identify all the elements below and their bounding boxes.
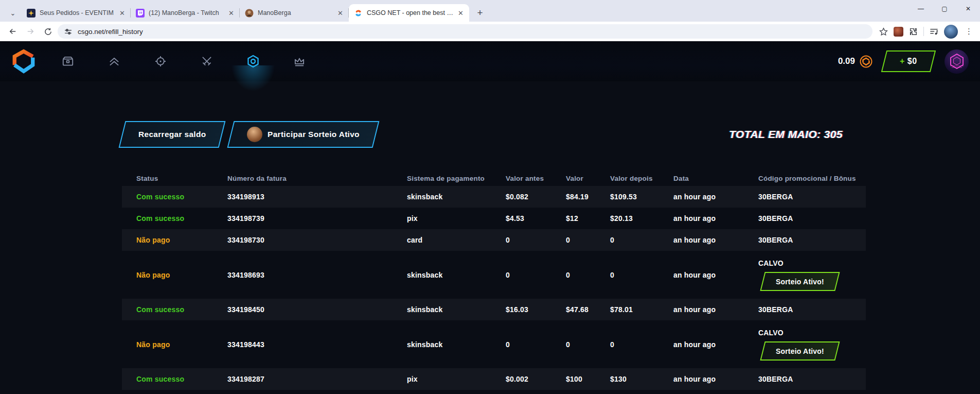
value-before-cell: $0.002 [506,375,566,383]
url-text[interactable]: csgo.net/refill_history [78,28,143,36]
divider [923,27,924,36]
value-before-cell: 0 [506,271,566,279]
browser-menu-icon[interactable]: ⋮ [963,27,975,36]
promo-code: 30BERGA [758,375,866,383]
promo-code: 30BERGA [758,305,866,314]
extension-avatar-icon[interactable] [894,27,903,37]
date-cell: an hour ago [673,271,758,279]
value-after-cell: $109.53 [610,193,673,201]
date-cell: an hour ago [673,305,758,314]
status-cell: Não pago [136,236,227,244]
coin-icon [860,55,872,68]
cases-icon[interactable] [61,54,75,68]
promo-cell: 30BERGA [758,236,866,244]
promo-cell: 30BERGA [758,375,866,383]
value-after-cell: $130 [610,375,673,383]
monthly-total-label: TOTAL EM MAIO: 305 [729,128,843,141]
table-row: Com sucesso334198739pix$4.53$12$20.13an … [122,208,866,229]
new-tab-button[interactable]: + [472,5,488,21]
close-icon[interactable]: ✕ [227,9,236,18]
chevron-down-icon: ⌄ [10,9,16,17]
site-page: 0.09 +$0 Recarregar saldo [0,41,980,394]
recharge-balance-button[interactable]: Recarregar saldo [119,121,226,148]
sight-icon[interactable] [153,54,168,68]
close-window-button[interactable]: ✕ [956,0,980,18]
browser-profile-avatar[interactable] [944,25,958,39]
promo-cell: 30BERGA [758,214,866,222]
value-after-cell: 0 [610,340,673,349]
twitch-favicon [136,9,145,18]
window-controls: — ▢ ✕ [909,0,980,18]
payment-cell: pix [407,214,506,222]
status-cell: Com sucesso [136,305,227,314]
raffle-avatar [247,127,262,142]
table-row: Com sucesso334198913skinsback$0.082$84.1… [122,186,866,208]
column-header: Sistema de pagamento [407,175,506,182]
site-user-avatar[interactable] [945,49,969,74]
reload-button[interactable] [40,24,56,39]
media-controls-icon[interactable] [929,27,939,37]
status-cell: Com sucesso [136,214,227,222]
invoice-cell: 334198287 [227,375,407,383]
value-after-cell: 0 [610,236,673,244]
table-body: Com sucesso334198913skinsback$0.082$84.1… [122,186,866,390]
payment-cell: skinsback [407,340,506,349]
tab-twitch[interactable]: (12) ManoBerga - Twitch ✕ [131,4,240,22]
invoice-cell: 334198730 [227,236,407,244]
value-cell: $100 [566,375,610,383]
deposit-button[interactable]: +$0 [881,50,936,72]
status-cell: Com sucesso [136,375,227,383]
value-before-cell: $16.03 [506,305,566,314]
plus-icon: + [900,57,905,65]
column-header: Status [136,175,227,182]
table-row: Não pago334198443skinsback000an hour ago… [122,320,866,368]
csgonet-logo[interactable] [11,49,36,74]
tab-csgonet-active[interactable]: CSGO NET - open the best CS:G ✕ [349,4,469,22]
close-icon[interactable]: ✕ [118,9,127,18]
status-cell: Não pago [136,340,227,349]
close-icon[interactable]: ✕ [456,9,465,18]
forward-button[interactable] [23,24,38,39]
invoice-cell: 334198739 [227,214,407,222]
tab-eventim[interactable]: Seus Pedidos - EVENTIM ✕ [22,4,131,22]
eventim-favicon [27,9,35,18]
upgrade-icon[interactable] [107,54,121,68]
site-navbar: 0.09 +$0 [0,41,980,81]
tab-manoberga[interactable]: ManoBerga ✕ [240,4,349,22]
promo-cell: 30BERGA [758,193,866,201]
active-raffle-button[interactable]: Sorteio Ativo! [760,341,840,361]
omnibox[interactable]: csgo.net/refill_history [58,24,872,39]
toolbar-right: ⋮ [875,25,975,39]
csgonet-favicon [354,9,363,18]
column-header: Número da fatura [227,175,407,182]
date-cell: an hour ago [673,236,758,244]
site-settings-icon[interactable] [64,27,73,36]
invoice-cell: 334198693 [227,271,407,279]
tab-title: ManoBerga [258,9,333,16]
recharge-label: Recarregar saldo [138,130,206,139]
value-before-cell: $0.082 [506,193,566,201]
join-raffle-button[interactable]: Participar Sorteio Ativo [227,121,380,148]
table-row: Não pago334198730card000an hour ago30BER… [122,229,866,251]
column-header: Data [673,175,758,182]
date-cell: an hour ago [673,375,758,383]
date-cell: an hour ago [673,214,758,222]
nav-icons [61,54,307,68]
maximize-button[interactable]: ▢ [933,0,956,18]
back-button[interactable] [5,24,21,39]
exchange-icon[interactable] [246,54,260,68]
battles-icon[interactable] [200,54,214,68]
promo-code: 30BERGA [758,214,866,222]
king-icon[interactable] [292,54,307,68]
value-cell: 0 [566,236,610,244]
bookmark-star-icon[interactable] [879,27,888,37]
tab-search-button[interactable]: ⌄ [4,4,22,22]
date-cell: an hour ago [673,193,758,201]
active-raffle-button[interactable]: Sorteio Ativo! [760,272,840,291]
minimize-button[interactable]: — [909,0,933,18]
column-header: Código promocional / Bônus [758,175,866,182]
extensions-puzzle-icon[interactable] [908,27,918,37]
status-cell: Com sucesso [136,193,227,201]
close-icon[interactable]: ✕ [336,9,345,18]
url-bar: csgo.net/refill_history ⋮ [0,22,980,41]
